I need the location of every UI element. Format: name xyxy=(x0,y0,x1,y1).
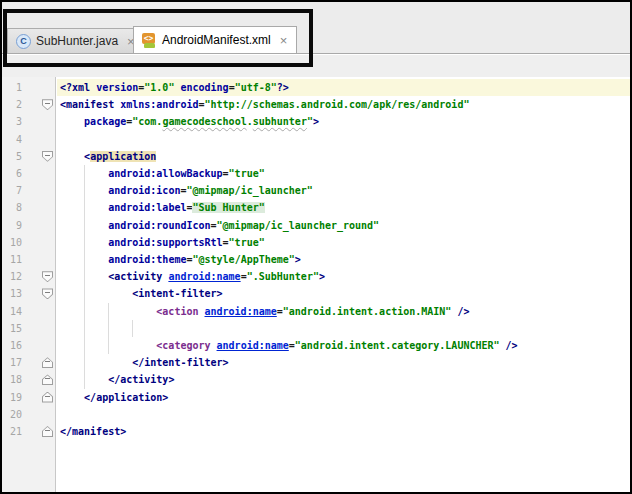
code-text: package="com.gamecodeschool.subhunter"> xyxy=(60,113,630,130)
indent-guide xyxy=(132,320,133,337)
annotation-rectangle xyxy=(3,9,313,67)
code-line[interactable]: 9 android:roundIcon="@mipmap/ic_launcher… xyxy=(2,217,630,234)
code-text: <?xml version="1.0" encoding="utf-8"?> xyxy=(60,79,630,96)
line-number: 2 xyxy=(4,96,22,113)
fold-collapse-icon[interactable] xyxy=(42,271,53,282)
fold-collapse-icon[interactable] xyxy=(42,288,53,299)
code-line[interactable]: 10 android:supportsRtl="true" xyxy=(2,234,630,251)
fold-end-icon[interactable] xyxy=(42,392,53,403)
fold-end-icon[interactable] xyxy=(42,426,53,437)
line-number: 4 xyxy=(4,131,22,148)
code-line[interactable]: 4 xyxy=(2,131,630,148)
code-line[interactable]: 2<manifest xmlns:android="http://schemas… xyxy=(2,96,630,113)
code-line[interactable]: 19 </application> xyxy=(2,389,630,406)
code-text: <manifest xmlns:android="http://schemas.… xyxy=(60,96,630,113)
code-line[interactable]: 3 package="com.gamecodeschool.subhunter"… xyxy=(2,113,630,130)
code-line[interactable]: 13 <intent-filter> xyxy=(2,285,630,302)
line-number: 15 xyxy=(4,320,22,337)
line-number: 9 xyxy=(4,217,22,234)
line-number: 18 xyxy=(4,371,22,388)
line-number: 12 xyxy=(4,268,22,285)
line-number: 8 xyxy=(4,199,22,216)
code-text: android:label="Sub Hunter" xyxy=(60,199,630,216)
line-number: 11 xyxy=(4,251,22,268)
code-text: android:roundIcon="@mipmap/ic_launcher_r… xyxy=(60,217,630,234)
fold-end-icon[interactable] xyxy=(42,374,53,385)
line-number: 19 xyxy=(4,389,22,406)
line-number: 17 xyxy=(4,354,22,371)
line-number: 7 xyxy=(4,182,22,199)
code-line[interactable]: 8 android:label="Sub Hunter" xyxy=(2,199,630,216)
line-number: 1 xyxy=(4,79,22,96)
code-text: <activity android:name=".SubHunter"> xyxy=(60,268,630,285)
code-line[interactable]: 12 <activity android:name=".SubHunter"> xyxy=(2,268,630,285)
code-line[interactable]: 18 </activity> xyxy=(2,371,630,388)
line-number: 10 xyxy=(4,234,22,251)
code-line[interactable]: 5 <application xyxy=(2,148,630,165)
fold-collapse-icon[interactable] xyxy=(42,99,53,110)
code-text: <intent-filter> xyxy=(60,285,630,302)
ide-window: C SubHunter.java × <> AndroidManifest.xm… xyxy=(0,0,632,494)
code-text: android:supportsRtl="true" xyxy=(60,234,630,251)
code-text: android:icon="@mipmap/ic_launcher" xyxy=(60,182,630,199)
code-line[interactable]: 21</manifest> xyxy=(2,423,630,440)
line-number: 13 xyxy=(4,285,22,302)
code-editor[interactable]: 1<?xml version="1.0" encoding="utf-8"?>2… xyxy=(2,77,630,492)
code-text: </activity> xyxy=(60,371,630,388)
code-line[interactable]: 20 xyxy=(2,406,630,423)
line-number: 21 xyxy=(4,423,22,440)
code-line[interactable]: 11 android:theme="@style/AppTheme"> xyxy=(2,251,630,268)
line-number: 14 xyxy=(4,303,22,320)
code-text: </manifest> xyxy=(60,423,630,440)
code-line[interactable]: 6 android:allowBackup="true" xyxy=(2,165,630,182)
code-text: <application xyxy=(60,148,630,165)
code-text: </application> xyxy=(60,389,630,406)
code-line[interactable]: 14 <action android:name="android.intent.… xyxy=(2,303,630,320)
fold-collapse-icon[interactable] xyxy=(42,151,53,162)
code-text: </intent-filter> xyxy=(60,354,630,371)
line-number: 6 xyxy=(4,165,22,182)
code-text: android:allowBackup="true" xyxy=(60,165,630,182)
code-line[interactable]: 17 </intent-filter> xyxy=(2,354,630,371)
line-number: 16 xyxy=(4,337,22,354)
fold-end-icon[interactable] xyxy=(42,357,53,368)
line-number: 20 xyxy=(4,406,22,423)
line-number: 3 xyxy=(4,113,22,130)
line-number: 5 xyxy=(4,148,22,165)
code-line[interactable]: 15 xyxy=(2,320,630,337)
code-text: android:theme="@style/AppTheme"> xyxy=(60,251,630,268)
code-text: <action android:name="android.intent.act… xyxy=(60,303,630,320)
code-line[interactable]: 16 <category android:name="android.inten… xyxy=(2,337,630,354)
code-text: <category android:name="android.intent.c… xyxy=(60,337,630,354)
code-line[interactable]: 7 android:icon="@mipmap/ic_launcher" xyxy=(2,182,630,199)
code-line[interactable]: 1<?xml version="1.0" encoding="utf-8"?> xyxy=(2,79,630,96)
